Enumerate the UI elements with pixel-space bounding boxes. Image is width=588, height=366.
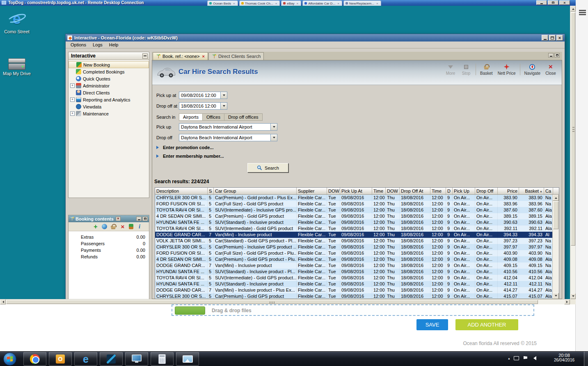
app-minimize-button[interactable]	[542, 35, 548, 41]
rdp-minimize-button[interactable]	[536, 0, 547, 5]
expand-plus-icon[interactable]: +	[70, 97, 75, 102]
tab-close-icon[interactable]: ×	[233, 2, 235, 5]
add-icon[interactable]	[92, 223, 99, 230]
column-header-price[interactable]: Price	[498, 188, 519, 194]
promotion-code-expander[interactable]: Enter promotion code...	[156, 145, 213, 150]
column-header-dow[interactable]: DOW	[386, 188, 400, 194]
menu-logs[interactable]: Logs	[89, 42, 106, 48]
action-center-flag-icon[interactable]	[524, 356, 527, 359]
column-header-supplier[interactable]: Supplier	[297, 188, 327, 194]
network-tray-icon[interactable]	[514, 356, 519, 360]
booking-contents-item[interactable]: Extras0.00	[69, 234, 149, 240]
document-minimize-button[interactable]	[548, 53, 554, 58]
results-row[interactable]: CHRYSLER 300 OR S...5Car(Premium) - Gold…	[155, 195, 552, 201]
results-row[interactable]: VOLK JETTA OR SIMI...5Car(Standard) - Go…	[155, 238, 552, 244]
results-row[interactable]: 4 DR SEDAN OR SIMI...5Car(Premium) - Gol…	[155, 256, 552, 262]
scroll-left-button[interactable]	[0, 299, 6, 304]
taskbar-calculator-button[interactable]	[151, 352, 174, 366]
tab-close-icon[interactable]: ×	[337, 2, 339, 5]
taskbar-computer-button[interactable]	[125, 352, 148, 366]
booking-contents-close-icon[interactable]: ×	[116, 216, 121, 221]
booking-contents-item[interactable]: Payments0.00	[69, 247, 149, 253]
delete-icon[interactable]	[119, 223, 126, 230]
results-row[interactable]: 4 DR SEDAN OR SIMI...5Car(Premium) - Gol…	[155, 213, 552, 219]
column-header-pick-up[interactable]: Pick Up	[453, 188, 475, 194]
results-row[interactable]: DODGE GRAND CAR...7Van(Mini) - Inclusive…	[155, 287, 552, 293]
sidebar-item-quick-quotes[interactable]: Quick Quotes	[69, 75, 149, 82]
sidebar-item-completed-bookings[interactable]: Completed Bookings	[69, 68, 149, 75]
rdp-close-button[interactable]: ×	[559, 0, 570, 5]
column-header-ca[interactable]: Ca	[544, 188, 553, 194]
results-row[interactable]: HYUNDAI SANTA FE ...5SUV(Standard) - Inc…	[155, 281, 552, 287]
column-header-dow[interactable]: DOW	[327, 188, 340, 194]
column-header-d[interactable]: D	[446, 188, 453, 194]
results-scrollbar[interactable]	[552, 195, 559, 299]
results-row[interactable]: TOYOTA RAV4 OR SI...5SUV(Intermediate) -…	[155, 207, 552, 213]
dropdown-arrow-icon[interactable]	[220, 103, 227, 109]
column-header-time[interactable]: Time	[430, 188, 446, 194]
volume-icon[interactable]	[531, 356, 536, 360]
toolbar-nett-price-button[interactable]: Nett Price	[495, 62, 518, 76]
rdp-restore-button[interactable]	[548, 0, 558, 5]
results-row[interactable]: TOYOTA RAV4 OR SI...5SUV(Intermediate) -…	[155, 226, 552, 232]
tab-close-icon[interactable]: ×	[202, 54, 205, 59]
sidebar-item-maintenance[interactable]: +Maintenance	[69, 110, 149, 117]
sidebar-item-direct-clients[interactable]: Direct Clients	[69, 89, 149, 96]
desktop-icon-map-my-drive[interactable]: Map My Drive	[2, 58, 31, 76]
booking-contents-item[interactable]: Passengers0	[69, 240, 149, 247]
taskbar-media-player-button[interactable]	[100, 352, 123, 366]
upload-button[interactable]	[175, 306, 205, 315]
background-browser-tab[interactable]: New/Replacem...×	[343, 0, 381, 6]
toolbar-navigate-button[interactable]: Navigate	[522, 62, 543, 76]
search-button[interactable]: Search	[247, 163, 288, 173]
taskbar-internet-explorer-button[interactable]	[74, 352, 97, 366]
app-maximize-button[interactable]	[549, 35, 556, 41]
results-row[interactable]: HYUNDAI SANTA FE ...5SUV(Standard) - Inc…	[155, 269, 552, 275]
column-header-pick-up-at[interactable]: Pick Up At	[340, 188, 372, 194]
taskbar-outlook-button[interactable]	[49, 352, 72, 366]
column-header-s[interactable]: S	[208, 188, 214, 194]
expand-plus-icon[interactable]: +	[70, 111, 75, 116]
desktop-icon-como-street[interactable]: e Como Street	[2, 11, 31, 34]
sidebar-item-reporting-and-analytics[interactable]: +Reporting and Analytics	[69, 96, 149, 103]
panel-collapse-button[interactable]	[142, 53, 148, 59]
rdp-horizontal-scrollbar[interactable]	[0, 299, 570, 304]
dropoff-location-combo[interactable]: Daytona Beach International Airport	[179, 134, 277, 141]
booking-contents-restore-button[interactable]	[142, 216, 148, 221]
scroll-down-button[interactable]	[570, 293, 576, 299]
hidden-icons-arrow[interactable]: ▲	[508, 357, 510, 360]
results-row[interactable]: FORD FUSION OR SI...5Car(Full Size) - Go…	[155, 201, 552, 207]
search-in-tab-offices[interactable]: Offices	[202, 113, 224, 121]
results-row[interactable]: DODGE GRAND CAR...7Van(Mini) - Inclusive…	[155, 262, 552, 269]
results-row[interactable]: CHRYSLER 300 OR S...5Car(Premium) - Incl…	[155, 244, 552, 250]
results-row[interactable]: CHRYSLER 300 OR S...5Car(Premium) - Gold…	[155, 293, 552, 299]
sidebar-item-new-booking[interactable]: New Booking	[69, 61, 149, 68]
booking-contents-item[interactable]: Refunds0.00	[69, 253, 149, 260]
dropoff-at-combo[interactable]: 18/08/2016 12:00	[179, 102, 227, 110]
tab-close-icon[interactable]: ×	[275, 2, 277, 5]
basket-icon[interactable]	[110, 223, 117, 230]
results-row[interactable]: DODGE GRAND CAR...7Van(Mini) - Inclusive…	[155, 232, 552, 238]
world-icon[interactable]	[102, 224, 107, 229]
column-header-drop-off[interactable]: Drop Off	[475, 188, 498, 194]
column-header-time[interactable]: Time	[372, 188, 386, 194]
toolbar-basket-button[interactable]: Basket	[478, 62, 495, 76]
save-button[interactable]: SAVE	[416, 319, 448, 330]
scroll-up-button[interactable]	[570, 6, 576, 12]
background-browser-tab[interactable]: Ocean Beds×	[207, 0, 238, 6]
rdp-vertical-scrollbar[interactable]	[570, 6, 575, 299]
column-header-car-group[interactable]: Car Group	[214, 188, 297, 194]
show-desktop-button[interactable]	[584, 352, 588, 366]
app-close-button[interactable]: ×	[556, 35, 563, 41]
column-header-basket[interactable]: Basket▲	[519, 188, 544, 194]
results-row[interactable]: HYUNDAI SANTA FE ...5SUV(Standard) - Inc…	[155, 219, 552, 226]
scroll-up-button[interactable]	[553, 195, 559, 201]
search-in-tab-airports[interactable]: Airports	[179, 113, 203, 121]
tab-close-icon[interactable]: ×	[297, 2, 299, 5]
taskbar-photo-viewer-button[interactable]	[176, 352, 199, 366]
background-browser-tab[interactable]: Affordable Car D...×	[302, 0, 342, 6]
pickup-at-combo[interactable]: 09/08/2016 12:00	[179, 92, 227, 99]
expand-plus-icon[interactable]: +	[70, 83, 75, 88]
tab-direct-clients-search[interactable]: Direct Clients Search	[208, 52, 264, 60]
scroll-right-button[interactable]	[564, 299, 570, 304]
